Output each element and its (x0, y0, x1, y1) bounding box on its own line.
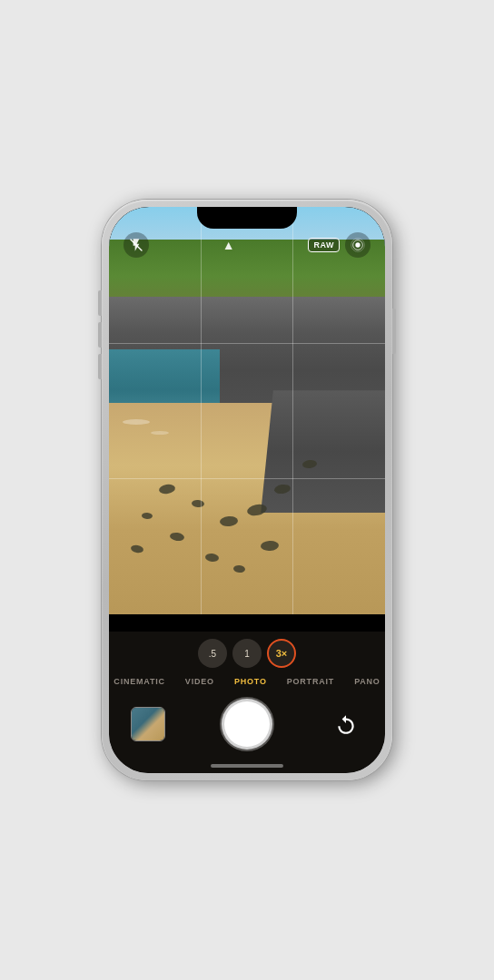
mode-photo-button[interactable]: PHOTO (231, 675, 271, 688)
svg-point-1 (355, 242, 360, 247)
phone-frame: ▲ RAW (102, 200, 392, 780)
home-indicator (211, 764, 283, 768)
camera-view: ▲ RAW (109, 207, 385, 773)
wave (123, 419, 150, 425)
live-photo-icon (351, 238, 365, 252)
camera-scene (109, 207, 385, 614)
flip-camera-icon (334, 712, 358, 736)
mode-portrait-button[interactable]: PORTRAIT (283, 675, 338, 688)
flash-toggle-button[interactable] (124, 232, 149, 258)
notch (197, 207, 297, 229)
zoom-controls: .5 1 3× (109, 632, 385, 671)
raw-toggle-button[interactable]: RAW (308, 238, 340, 252)
flip-camera-button[interactable] (329, 707, 363, 741)
mode-cinematic-button[interactable]: CINEMATIC (110, 675, 169, 688)
mode-selector: CINEMATIC VIDEO PHOTO PORTRAIT PANO (109, 671, 385, 691)
flash-off-icon (129, 238, 143, 252)
mode-video-button[interactable]: VIDEO (182, 675, 218, 688)
phone-screen: ▲ RAW (109, 207, 385, 773)
zoom-1x-button[interactable]: 1 (232, 639, 262, 668)
options-chevron-button[interactable]: ▲ (222, 238, 235, 252)
wave (151, 431, 169, 435)
photo-thumbnail-button[interactable] (131, 707, 165, 741)
shutter-button[interactable] (222, 699, 272, 750)
zoom-3x-button[interactable]: 3× (267, 639, 296, 668)
mode-pano-button[interactable]: PANO (351, 675, 384, 688)
top-controls: ▲ RAW (109, 232, 385, 258)
zoom-point5-button[interactable]: .5 (198, 639, 227, 668)
live-photo-button[interactable] (345, 232, 370, 258)
thumbnail-preview (132, 708, 164, 740)
rocks-right (261, 390, 385, 513)
bottom-ui: .5 1 3× CINEMATIC VIDEO PHOTO PORTRAIT P… (109, 632, 385, 773)
shutter-row (109, 691, 385, 764)
